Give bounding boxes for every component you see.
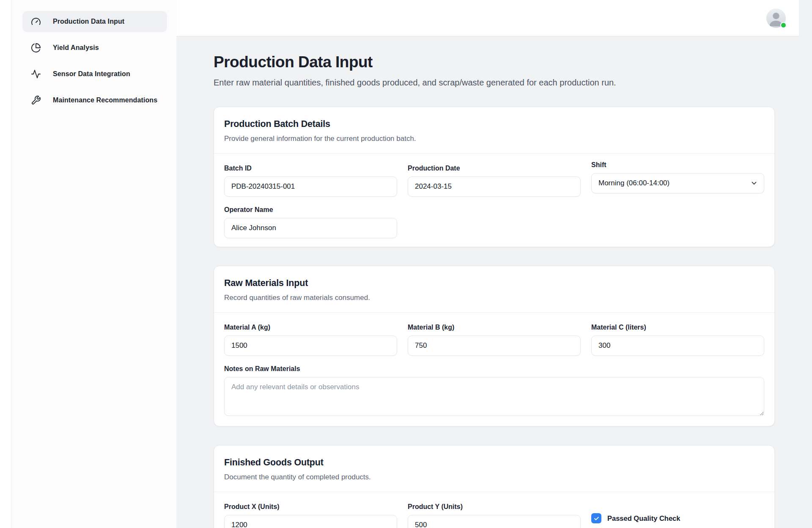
quality-check-checkbox[interactable] bbox=[591, 513, 601, 523]
card-title: Raw Materials Input bbox=[224, 278, 764, 289]
material-a-input[interactable] bbox=[224, 336, 397, 356]
product-x-field: Product X (Units) bbox=[224, 502, 397, 528]
page-content: Production Data Input Enter raw material… bbox=[176, 36, 812, 528]
material-b-field: Material B (kg) bbox=[408, 323, 581, 356]
sidebar-item-production-data-input[interactable]: Production Data Input bbox=[22, 11, 167, 32]
user-avatar[interactable] bbox=[766, 8, 786, 28]
card-title: Production Batch Details bbox=[224, 119, 764, 129]
notes-label: Notes on Raw Materials bbox=[224, 364, 764, 373]
product-y-input[interactable] bbox=[408, 515, 581, 528]
shift-field: Shift Morning (06:00-14:00) bbox=[591, 160, 764, 197]
card-description: Document the quantity of completed produ… bbox=[224, 473, 764, 481]
material-b-label: Material B (kg) bbox=[408, 323, 581, 332]
production-date-input[interactable] bbox=[408, 176, 581, 197]
sidebar-item-label: Yield Analysis bbox=[53, 44, 99, 52]
sidebar-item-label: Production Data Input bbox=[53, 18, 124, 25]
chevron-down-icon bbox=[750, 179, 758, 187]
product-x-label: Product X (Units) bbox=[224, 502, 397, 511]
sidebar: Production Data Input Yield Analysis Sen… bbox=[11, 0, 176, 528]
material-b-input[interactable] bbox=[408, 336, 581, 356]
material-a-label: Material A (kg) bbox=[224, 323, 397, 332]
shift-select[interactable]: Morning (06:00-14:00) bbox=[591, 173, 764, 193]
card-body: Product X (Units) Product Y (Units) Pass… bbox=[214, 492, 774, 528]
quality-check-label: Passed Quality Check bbox=[607, 514, 680, 522]
sidebar-item-label: Sensor Data Integration bbox=[53, 70, 130, 78]
check-icon bbox=[593, 515, 600, 522]
notes-textarea[interactable] bbox=[224, 377, 764, 416]
activity-icon bbox=[31, 69, 41, 79]
quality-check-field: Passed Quality Check bbox=[591, 501, 764, 528]
page-subtitle: Enter raw material quantities, finished … bbox=[214, 77, 775, 88]
batch-id-label: Batch ID bbox=[224, 164, 397, 173]
product-x-input[interactable] bbox=[224, 515, 397, 528]
sidebar-item-label: Maintenance Recommendations bbox=[53, 96, 157, 104]
shift-label: Shift bbox=[591, 160, 764, 169]
card-description: Provide general information for the curr… bbox=[224, 135, 764, 143]
operator-name-label: Operator Name bbox=[224, 205, 397, 214]
shift-selected-value: Morning (06:00-14:00) bbox=[598, 179, 669, 187]
material-c-label: Material C (liters) bbox=[591, 323, 764, 332]
left-rail bbox=[0, 0, 11, 528]
notes-field: Notes on Raw Materials bbox=[224, 364, 764, 418]
card-header: Production Batch Details Provide general… bbox=[214, 107, 774, 153]
top-bar bbox=[176, 0, 799, 36]
material-c-input[interactable] bbox=[591, 336, 764, 356]
production-batch-details-card: Production Batch Details Provide general… bbox=[214, 107, 775, 247]
gauge-icon bbox=[31, 16, 41, 27]
material-c-field: Material C (liters) bbox=[591, 323, 764, 356]
card-title: Finished Goods Output bbox=[224, 457, 764, 468]
batch-id-input[interactable] bbox=[224, 176, 397, 197]
sidebar-item-yield-analysis[interactable]: Yield Analysis bbox=[22, 37, 167, 58]
operator-name-field: Operator Name bbox=[224, 205, 397, 238]
sidebar-item-maintenance-recommendations[interactable]: Maintenance Recommendations bbox=[22, 90, 167, 111]
card-body: Material A (kg) Material B (kg) Material… bbox=[214, 313, 774, 426]
card-header: Raw Materials Input Record quantities of… bbox=[214, 266, 774, 312]
pie-chart-icon bbox=[31, 43, 41, 53]
product-y-label: Product Y (Units) bbox=[408, 502, 581, 511]
card-description: Record quantities of raw materials consu… bbox=[224, 294, 764, 302]
finished-goods-output-card: Finished Goods Output Document the quant… bbox=[214, 445, 775, 528]
raw-materials-input-card: Raw Materials Input Record quantities of… bbox=[214, 266, 775, 426]
card-header: Finished Goods Output Document the quant… bbox=[214, 446, 774, 492]
online-status-dot bbox=[780, 22, 787, 28]
card-body: Batch ID Production Date Shift Morning (… bbox=[214, 154, 774, 247]
main-area: Production Data Input Enter raw material… bbox=[176, 0, 812, 528]
product-y-field: Product Y (Units) bbox=[408, 502, 581, 528]
batch-id-field: Batch ID bbox=[224, 164, 397, 197]
production-date-field: Production Date bbox=[408, 164, 581, 197]
operator-name-input[interactable] bbox=[224, 218, 397, 238]
sidebar-item-sensor-data-integration[interactable]: Sensor Data Integration bbox=[22, 63, 167, 85]
production-date-label: Production Date bbox=[408, 164, 581, 173]
wrench-icon bbox=[31, 95, 41, 105]
material-a-field: Material A (kg) bbox=[224, 323, 397, 356]
page-title: Production Data Input bbox=[214, 52, 775, 72]
